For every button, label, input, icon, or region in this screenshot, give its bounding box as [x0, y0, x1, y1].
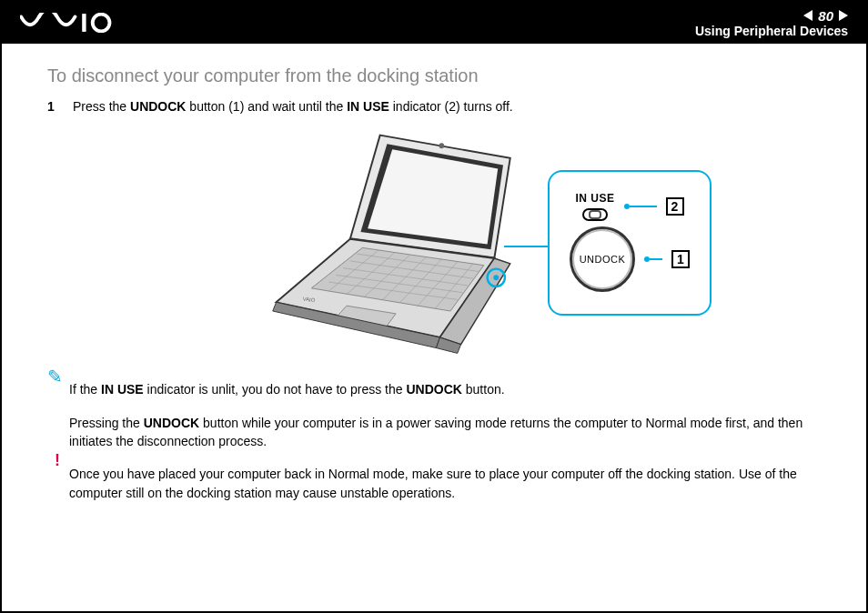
note-icon: ✎ — [47, 364, 63, 390]
svg-point-5 — [439, 143, 444, 148]
laptop-svg: VAIO — [266, 126, 530, 355]
page-number: 80 — [818, 8, 833, 24]
page-header: 80 Using Peripheral Devices — [2, 2, 866, 44]
in-use-indicator-icon — [582, 208, 608, 221]
section-title: Using Peripheral Devices — [695, 24, 848, 38]
callout-wrapper: IN USE 2 UNDOCK 1 — [548, 170, 712, 316]
page-nav: 80 — [803, 8, 848, 24]
svg-point-25 — [493, 275, 499, 280]
callout-in-use: IN USE 2 — [570, 192, 690, 221]
step-text: Press the UNDOCK button (1) and wait unt… — [73, 99, 513, 114]
next-page-icon[interactable] — [839, 10, 848, 21]
callout-box: IN USE 2 UNDOCK 1 — [548, 170, 712, 316]
prev-page-icon[interactable] — [803, 10, 812, 21]
step-1: 1 Press the UNDOCK button (1) and wait u… — [47, 99, 821, 114]
in-use-label: IN USE — [575, 192, 614, 205]
svg-point-1 — [93, 15, 110, 32]
connector-line — [504, 246, 548, 247]
laptop-illustration: VAIO — [266, 126, 530, 358]
page-content: To disconnect your computer from the doc… — [2, 44, 866, 502]
ref-2: 2 — [666, 197, 684, 216]
figure: VAIO IN USE 2 UNDOCK — [156, 126, 821, 358]
header-right: 80 Using Peripheral Devices — [695, 8, 848, 38]
step-number: 1 — [47, 99, 60, 114]
warning-note: ! Once you have placed your computer bac… — [69, 465, 821, 502]
manual-page: 80 Using Peripheral Devices To disconnec… — [0, 0, 868, 613]
page-title: To disconnect your computer from the doc… — [47, 65, 821, 86]
note-2: Pressing the UNDOCK button while your co… — [69, 414, 821, 451]
note-1: ✎ If the IN USE indicator is unlit, you … — [69, 380, 821, 398]
ref-1: 1 — [671, 250, 690, 268]
vaio-logo — [20, 13, 120, 33]
warning-icon: ! — [55, 448, 60, 472]
callout-undock: UNDOCK 1 — [570, 226, 690, 292]
svg-rect-0 — [82, 14, 86, 32]
undock-button-icon: UNDOCK — [570, 226, 635, 292]
vaio-logo-svg — [20, 13, 120, 33]
